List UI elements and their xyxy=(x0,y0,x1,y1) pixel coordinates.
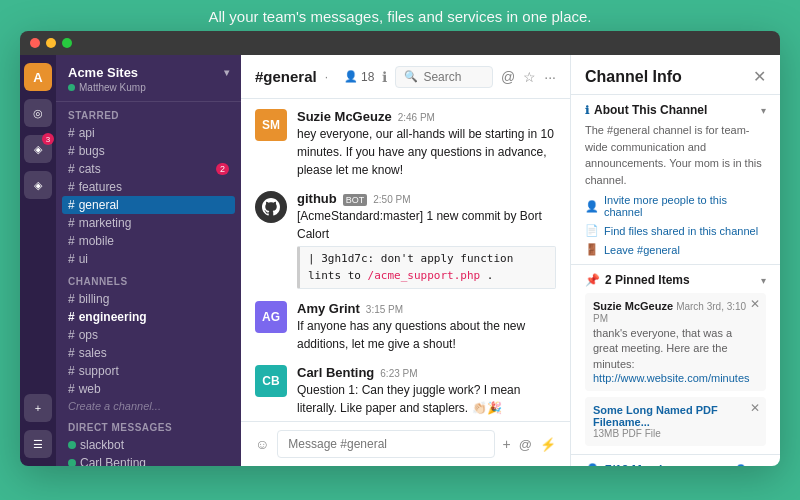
pinned-close-1[interactable]: ✕ xyxy=(750,297,760,311)
workspace-user: Matthew Kump xyxy=(68,82,229,93)
lightning-icon[interactable]: ⚡ xyxy=(540,437,556,452)
about-title: ℹ About This Channel xyxy=(585,103,707,117)
door-icon: 🚪 xyxy=(585,243,599,256)
members-title: 👤 7/18 Members xyxy=(585,463,684,466)
msg-text-4: Question 1: Can they juggle work? I mean… xyxy=(297,381,556,417)
sidebar-item-general[interactable]: # general xyxy=(62,196,235,214)
pin-icon: 📌 xyxy=(585,273,600,287)
attach-icon[interactable]: + xyxy=(503,436,511,452)
workspace-chevron-icon: ▾ xyxy=(224,67,229,78)
search-box[interactable]: 🔍 xyxy=(395,66,493,88)
chevron-down-icon: ▾ xyxy=(761,105,766,116)
pinned-link-1[interactable]: http://www.website.com/minutes xyxy=(593,372,750,384)
member-count-value: 18 xyxy=(361,70,374,84)
hash-icon: # xyxy=(68,364,75,378)
msg-text-2: [AcmeStandard:master] 1 new commit by Bo… xyxy=(297,207,556,289)
sidebar-item-web[interactable]: # web xyxy=(56,380,241,398)
workspace-username: Matthew Kump xyxy=(79,82,146,93)
avatar: SM xyxy=(255,109,287,141)
app-window: A ◎ ◈ 3 ◈ + ☰ Acme Sites ▾ Matthew Kump xyxy=(20,31,780,466)
chevron-down-icon: ▾ xyxy=(761,275,766,286)
sidebar-icon-add[interactable]: + xyxy=(24,394,52,422)
about-text: The #general channel is for team-wide co… xyxy=(585,122,766,188)
sidebar-item-support[interactable]: # support xyxy=(56,362,241,380)
sidebar-item-billing[interactable]: # billing xyxy=(56,290,241,308)
sidebar-item-engineering[interactable]: # engineering xyxy=(56,308,241,326)
msg-content-2: github BOT 2:50 PM [AcmeStandard:master]… xyxy=(297,191,556,289)
file-icon: 📄 xyxy=(585,224,599,237)
pinned-close-2[interactable]: ✕ xyxy=(750,401,760,415)
message-2: github BOT 2:50 PM [AcmeStandard:master]… xyxy=(255,191,556,289)
sidebar-item-cats[interactable]: # cats 2 xyxy=(56,160,241,178)
search-input[interactable] xyxy=(423,70,484,84)
hash-icon: # xyxy=(68,252,75,266)
dot-green[interactable] xyxy=(62,38,72,48)
sidebar-badge-3: 3 xyxy=(42,133,54,145)
message-3: AG Amy Grint 3:15 PM If anyone has any q… xyxy=(255,301,556,353)
sidebar-icon-search[interactable]: ☰ xyxy=(24,430,52,458)
pinned-section-header[interactable]: 📌 2 Pinned Items ▾ xyxy=(585,273,766,287)
add-person-icon: 👤 xyxy=(734,464,748,466)
info-icon[interactable]: ℹ xyxy=(382,69,387,85)
about-section: ℹ About This Channel ▾ The #general chan… xyxy=(571,95,780,265)
sidebar: Acme Sites ▾ Matthew Kump STARRED # api … xyxy=(56,55,241,466)
hash-icon: # xyxy=(68,292,75,306)
channel-info-panel: Channel Info ✕ ℹ About This Channel ▾ Th… xyxy=(570,55,780,466)
sidebar-item-marketing[interactable]: # marketing xyxy=(56,214,241,232)
pinned-item-2: ✕ Some Long Named PDF Filename... 13MB P… xyxy=(585,397,766,446)
close-icon[interactable]: ✕ xyxy=(753,67,766,86)
members-header: 👤 7/18 Members 👤 3 ▾ xyxy=(585,463,766,466)
chat-area: #general · 👤 18 ℹ 🔍 @ ☆ ··· S xyxy=(241,55,570,466)
leave-channel-link[interactable]: 🚪 Leave #general xyxy=(585,243,766,256)
sidebar-icon-3[interactable]: ◈ 3 xyxy=(24,135,52,163)
sidebar-item-ops[interactable]: # ops xyxy=(56,326,241,344)
sidebar-item-slackbot[interactable]: slackbot xyxy=(56,436,241,454)
members-count-value: 7/18 Members xyxy=(605,463,684,466)
create-channel-link[interactable]: Create a channel... xyxy=(56,398,241,414)
invite-link[interactable]: 👤 Invite more people to this channel xyxy=(585,194,766,218)
find-files-link[interactable]: 📄 Find files shared in this channel xyxy=(585,224,766,237)
sidebar-item-mobile[interactable]: # mobile xyxy=(56,232,241,250)
pinned-title: 📌 2 Pinned Items xyxy=(585,273,690,287)
emoji-icon[interactable]: ☺ xyxy=(255,436,269,452)
msg-content-4: Carl Benting 6:23 PM Question 1: Can the… xyxy=(297,365,556,417)
starred-section-label: STARRED xyxy=(56,102,241,124)
at-icon[interactable]: @ xyxy=(501,69,515,85)
member-count: 👤 18 xyxy=(344,70,374,84)
user-online-dot xyxy=(68,84,75,91)
sidebar-item-api[interactable]: # api xyxy=(56,124,241,142)
sidebar-item-ui[interactable]: # ui xyxy=(56,250,241,268)
sidebar-item-carl[interactable]: Carl Benting xyxy=(56,454,241,466)
pinned-filename: Some Long Named PDF Filename... xyxy=(593,404,758,428)
people-icon: 👤 xyxy=(344,70,358,83)
chat-input[interactable] xyxy=(277,430,494,458)
banner-text: All your team's messages, files and serv… xyxy=(208,8,591,25)
star-icon[interactable]: ☆ xyxy=(523,69,536,85)
hash-icon: # xyxy=(68,234,75,248)
members-add[interactable]: 👤 3 ▾ xyxy=(734,464,766,466)
hash-icon: # xyxy=(68,162,75,176)
sidebar-item-sales[interactable]: # sales xyxy=(56,344,241,362)
workspace-label: Acme Sites xyxy=(68,65,138,80)
at-icon[interactable]: @ xyxy=(519,437,532,452)
workspace-name[interactable]: Acme Sites ▾ xyxy=(68,65,229,80)
sidebar-icon-acme[interactable]: A xyxy=(24,63,52,91)
msg-time-2: 2:50 PM xyxy=(373,194,410,205)
sidebar-item-features[interactable]: # features xyxy=(56,178,241,196)
message-1: SM Suzie McGeuze 2:46 PM hey everyone, o… xyxy=(255,109,556,179)
pinned-text-1: thank's everyone, that was a great meeti… xyxy=(593,326,758,372)
sidebar-item-bugs[interactable]: # bugs xyxy=(56,142,241,160)
msg-text-3: If anyone has any questions about the ne… xyxy=(297,317,556,353)
more-icon[interactable]: ··· xyxy=(544,69,556,85)
dot-red[interactable] xyxy=(30,38,40,48)
sidebar-icon-2[interactable]: ◎ xyxy=(24,99,52,127)
dot-yellow[interactable] xyxy=(46,38,56,48)
hash-icon: # xyxy=(68,216,75,230)
bot-badge: BOT xyxy=(343,194,368,206)
about-section-header[interactable]: ℹ About This Channel ▾ xyxy=(585,103,766,117)
msg-text-1: hey everyone, our all-hands will be star… xyxy=(297,125,556,179)
hash-icon: # xyxy=(68,198,75,212)
pinned-item-1: ✕ Suzie McGeuze March 3rd, 3:10 PM thank… xyxy=(585,293,766,391)
sidebar-icon-4[interactable]: ◈ xyxy=(24,171,52,199)
msg-author-1: Suzie McGeuze xyxy=(297,109,392,124)
